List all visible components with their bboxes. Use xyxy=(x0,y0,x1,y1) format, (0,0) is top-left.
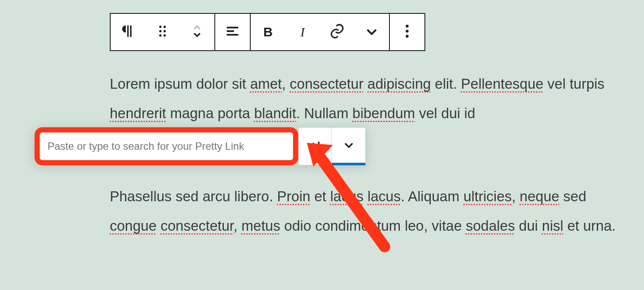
block-toolbar: B I xyxy=(110,13,425,51)
toolbar-group-format: B I xyxy=(251,13,390,51)
spell-word: Proin xyxy=(277,188,310,204)
chevron-down-icon xyxy=(363,23,380,42)
spell-word: adipiscing xyxy=(367,76,431,92)
spell-word: lacus xyxy=(367,188,401,204)
link-icon xyxy=(328,23,346,42)
align-left-icon xyxy=(224,23,241,42)
editor-paragraph-1[interactable]: Lorem ipsum dolor sit amet, consectetur … xyxy=(110,69,628,128)
link-popover xyxy=(35,127,366,165)
link-input-highlight xyxy=(35,127,298,165)
spell-word: nisl xyxy=(542,218,564,234)
paragraph-block-button[interactable] xyxy=(111,14,145,50)
svg-point-9 xyxy=(406,25,409,28)
more-vertical-icon xyxy=(399,23,416,42)
spell-word: ultricies xyxy=(463,188,512,204)
svg-point-1 xyxy=(163,26,166,28)
italic-button[interactable]: I xyxy=(285,14,320,50)
svg-point-5 xyxy=(163,34,166,36)
chevron-down-icon xyxy=(341,137,356,154)
bold-button[interactable]: B xyxy=(251,14,285,50)
spell-word: consectetur xyxy=(160,218,233,234)
toolbar-group-block xyxy=(110,13,215,51)
spell-word: blandit xyxy=(254,105,296,121)
svg-point-4 xyxy=(159,34,161,36)
spell-word: amet xyxy=(250,76,282,92)
svg-point-3 xyxy=(163,30,166,32)
format-dropdown-button[interactable] xyxy=(354,14,389,50)
pretty-link-search-input[interactable] xyxy=(48,140,285,152)
editor-paragraph-2[interactable]: Phasellus sed arcu libero. Proin et lacu… xyxy=(110,182,628,241)
drag-handle-icon xyxy=(154,23,171,42)
toolbar-group-more xyxy=(390,13,425,51)
link-options-toggle[interactable] xyxy=(332,127,366,165)
italic-icon: I xyxy=(300,25,305,39)
submit-link-button[interactable] xyxy=(298,127,332,165)
spell-word: congue xyxy=(110,218,156,234)
bold-icon: B xyxy=(263,25,273,39)
spell-word: Pellentesque xyxy=(461,76,544,92)
spell-word: sodales xyxy=(466,218,515,234)
spell-word: hendrerit xyxy=(110,105,166,121)
enter-icon xyxy=(308,138,322,155)
spell-word: bibendum xyxy=(352,105,415,121)
svg-point-2 xyxy=(159,30,161,32)
spell-word: neque xyxy=(520,188,559,204)
move-up-down-button[interactable] xyxy=(180,14,214,50)
svg-point-10 xyxy=(406,30,409,33)
spell-word: metus xyxy=(242,218,281,234)
svg-point-0 xyxy=(159,26,161,28)
svg-point-11 xyxy=(406,35,409,38)
toolbar-group-align xyxy=(215,13,251,51)
paragraph-icon xyxy=(119,23,137,42)
spell-word: lacus xyxy=(330,188,363,204)
spell-word: consectetur xyxy=(290,76,363,92)
more-options-button[interactable] xyxy=(390,14,424,50)
align-button[interactable] xyxy=(215,14,250,50)
link-button[interactable] xyxy=(320,14,354,50)
drag-handle-button[interactable] xyxy=(145,14,180,50)
chevron-up-down-icon xyxy=(188,23,206,42)
